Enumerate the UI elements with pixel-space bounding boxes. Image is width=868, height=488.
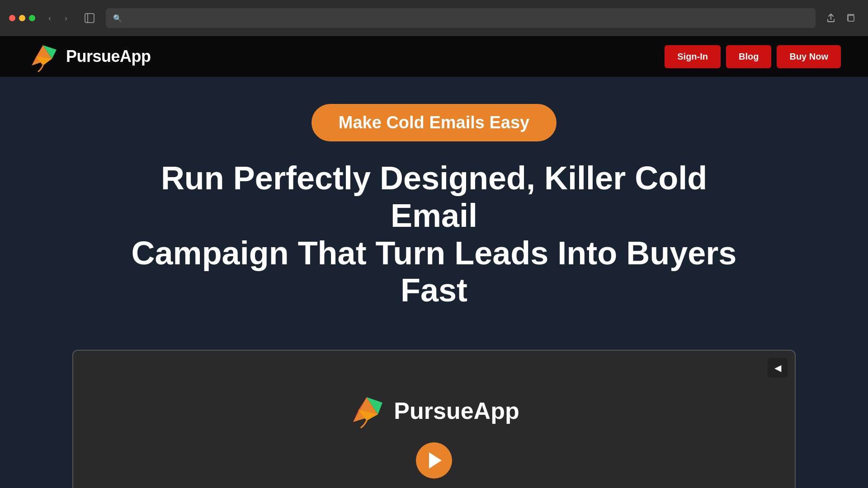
svg-rect-2 [848, 15, 854, 21]
video-logo-icon [349, 393, 385, 429]
sidebar-toggle-button[interactable] [80, 9, 99, 27]
hero-section: Make Cold Emails Easy Run Perfectly Desi… [0, 77, 868, 350]
nav-buttons: Sign-In Blog Buy Now [665, 45, 841, 68]
video-play-button[interactable] [416, 442, 452, 479]
browser-chrome: ‹ › 🔍 [0, 0, 868, 36]
share-button[interactable] [823, 10, 839, 26]
corner-arrow-icon: ◀ [774, 362, 781, 373]
traffic-lights [9, 15, 35, 21]
play-triangle-icon [429, 452, 442, 469]
navbar: PursueApp Sign-In Blog Buy Now [0, 36, 868, 77]
signin-button[interactable]: Sign-In [665, 45, 721, 68]
browser-actions [823, 10, 859, 26]
traffic-light-green[interactable] [29, 15, 35, 21]
hero-badge: Make Cold Emails Easy [311, 104, 557, 141]
svg-rect-0 [85, 14, 94, 23]
blog-button[interactable]: Blog [726, 45, 771, 68]
traffic-light-red[interactable] [9, 15, 15, 21]
hero-heading-line2: Campaign That Turn Leads Into Buyers Fas… [132, 235, 737, 309]
browser-nav: ‹ › [42, 11, 73, 25]
website: PursueApp Sign-In Blog Buy Now Make Cold… [0, 36, 868, 488]
address-bar[interactable]: 🔍 [106, 8, 816, 28]
back-button[interactable]: ‹ [42, 11, 57, 25]
hero-heading-line1: Run Perfectly Designed, Killer Cold Emai… [161, 160, 707, 234]
search-icon: 🔍 [113, 14, 122, 23]
logo-area: PursueApp [27, 41, 151, 72]
buynow-button[interactable]: Buy Now [777, 45, 841, 68]
logo-text: PursueApp [66, 47, 151, 66]
video-content: PursueApp [349, 393, 519, 479]
video-logo-area: PursueApp [349, 393, 519, 429]
video-corner-button[interactable]: ◀ [768, 358, 788, 378]
forward-button[interactable]: › [59, 11, 73, 25]
traffic-light-yellow[interactable] [19, 15, 25, 21]
video-logo-text: PursueApp [394, 397, 519, 424]
video-container[interactable]: PursueApp ◀ [72, 350, 796, 488]
hero-heading: Run Perfectly Designed, Killer Cold Emai… [118, 160, 750, 309]
logo-icon [27, 41, 59, 72]
duplicate-button[interactable] [843, 10, 859, 26]
